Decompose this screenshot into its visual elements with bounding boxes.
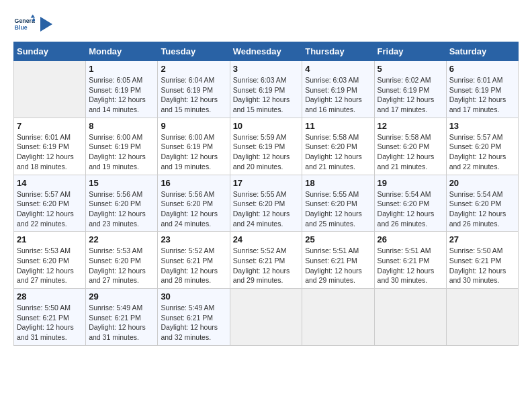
day-info: Sunrise: 5:52 AM Sunset: 6:21 PM Dayligh… (161, 246, 226, 285)
day-number: 16 (161, 178, 226, 188)
calendar-cell (446, 289, 518, 346)
day-info: Sunrise: 5:58 AM Sunset: 6:20 PM Dayligh… (305, 132, 371, 172)
calendar-cell: 25Sunrise: 5:51 AM Sunset: 6:21 PM Dayli… (302, 232, 374, 289)
logo-arrow-icon (40, 17, 52, 32)
calendar-cell: 20Sunrise: 5:54 AM Sunset: 6:20 PM Dayli… (446, 175, 518, 232)
calendar-cell: 14Sunrise: 5:57 AM Sunset: 6:20 PM Dayli… (14, 175, 86, 232)
calendar-header-row: SundayMondayTuesdayWednesdayThursdayFrid… (14, 42, 519, 61)
calendar-week-row: 21Sunrise: 5:53 AM Sunset: 6:20 PM Dayli… (14, 232, 519, 289)
weekday-header-thursday: Thursday (302, 42, 374, 61)
calendar-cell (14, 61, 86, 118)
day-number: 22 (89, 234, 154, 244)
calendar-cell: 15Sunrise: 5:56 AM Sunset: 6:20 PM Dayli… (86, 175, 158, 232)
calendar-cell: 27Sunrise: 5:50 AM Sunset: 6:21 PM Dayli… (446, 232, 518, 289)
day-info: Sunrise: 6:00 AM Sunset: 6:19 PM Dayligh… (89, 132, 154, 172)
calendar-cell: 10Sunrise: 5:59 AM Sunset: 6:19 PM Dayli… (230, 118, 302, 175)
calendar-cell: 9Sunrise: 6:00 AM Sunset: 6:19 PM Daylig… (158, 118, 230, 175)
day-info: Sunrise: 6:03 AM Sunset: 6:19 PM Dayligh… (233, 75, 300, 115)
calendar-cell: 22Sunrise: 5:53 AM Sunset: 6:20 PM Dayli… (86, 232, 158, 289)
calendar-cell: 7Sunrise: 6:01 AM Sunset: 6:19 PM Daylig… (14, 118, 86, 175)
day-number: 2 (161, 64, 226, 74)
calendar-week-row: 28Sunrise: 5:50 AM Sunset: 6:21 PM Dayli… (14, 289, 519, 346)
logo: General Blue (13, 13, 52, 35)
day-info: Sunrise: 5:55 AM Sunset: 6:20 PM Dayligh… (233, 189, 300, 229)
day-number: 18 (305, 178, 371, 188)
day-number: 15 (89, 178, 154, 188)
calendar-cell: 13Sunrise: 5:57 AM Sunset: 6:20 PM Dayli… (446, 118, 518, 175)
day-info: Sunrise: 5:50 AM Sunset: 6:21 PM Dayligh… (17, 303, 83, 342)
day-info: Sunrise: 5:59 AM Sunset: 6:19 PM Dayligh… (233, 132, 300, 172)
day-number: 25 (305, 234, 371, 244)
calendar-cell: 19Sunrise: 5:54 AM Sunset: 6:20 PM Dayli… (374, 175, 446, 232)
calendar-cell: 2Sunrise: 6:04 AM Sunset: 6:19 PM Daylig… (158, 61, 230, 118)
weekday-header-saturday: Saturday (446, 42, 518, 61)
calendar-cell: 11Sunrise: 5:58 AM Sunset: 6:20 PM Dayli… (302, 118, 374, 175)
day-info: Sunrise: 6:05 AM Sunset: 6:19 PM Dayligh… (89, 75, 154, 115)
weekday-header-tuesday: Tuesday (158, 42, 230, 61)
day-info: Sunrise: 6:00 AM Sunset: 6:19 PM Dayligh… (161, 132, 226, 172)
day-number: 29 (89, 291, 154, 302)
day-info: Sunrise: 5:58 AM Sunset: 6:20 PM Dayligh… (378, 132, 443, 172)
calendar-cell: 16Sunrise: 5:56 AM Sunset: 6:20 PM Dayli… (158, 175, 230, 232)
page-header: General Blue (13, 13, 519, 35)
day-number: 10 (233, 121, 300, 131)
calendar-cell: 28Sunrise: 5:50 AM Sunset: 6:21 PM Dayli… (14, 289, 86, 346)
day-info: Sunrise: 5:51 AM Sunset: 6:21 PM Dayligh… (305, 246, 371, 285)
day-info: Sunrise: 5:49 AM Sunset: 6:21 PM Dayligh… (161, 303, 226, 342)
calendar-cell: 29Sunrise: 5:49 AM Sunset: 6:21 PM Dayli… (86, 289, 158, 346)
day-info: Sunrise: 5:49 AM Sunset: 6:21 PM Dayligh… (89, 303, 154, 342)
day-number: 26 (378, 234, 443, 244)
day-number: 14 (17, 178, 83, 188)
day-number: 11 (305, 121, 371, 131)
calendar-cell: 24Sunrise: 5:52 AM Sunset: 6:21 PM Dayli… (230, 232, 302, 289)
day-info: Sunrise: 5:54 AM Sunset: 6:20 PM Dayligh… (449, 189, 515, 229)
calendar-cell: 17Sunrise: 5:55 AM Sunset: 6:20 PM Dayli… (230, 175, 302, 232)
day-number: 8 (89, 121, 154, 131)
calendar-cell: 8Sunrise: 6:00 AM Sunset: 6:19 PM Daylig… (86, 118, 158, 175)
svg-marker-5 (40, 17, 52, 32)
day-info: Sunrise: 5:53 AM Sunset: 6:20 PM Dayligh… (89, 246, 154, 285)
day-info: Sunrise: 6:02 AM Sunset: 6:19 PM Dayligh… (378, 75, 443, 115)
day-number: 5 (378, 64, 443, 74)
day-number: 20 (449, 178, 515, 188)
day-number: 3 (233, 64, 300, 74)
day-number: 21 (17, 234, 83, 244)
day-number: 12 (378, 121, 443, 131)
day-number: 30 (161, 291, 226, 302)
day-info: Sunrise: 5:56 AM Sunset: 6:20 PM Dayligh… (89, 189, 154, 229)
weekday-header-friday: Friday (374, 42, 446, 61)
day-number: 17 (233, 178, 300, 188)
weekday-header-monday: Monday (86, 42, 158, 61)
day-info: Sunrise: 5:52 AM Sunset: 6:21 PM Dayligh… (233, 246, 300, 285)
svg-text:Blue: Blue (15, 24, 28, 31)
calendar-cell: 30Sunrise: 5:49 AM Sunset: 6:21 PM Dayli… (158, 289, 230, 346)
day-info: Sunrise: 5:53 AM Sunset: 6:20 PM Dayligh… (17, 246, 83, 285)
weekday-header-wednesday: Wednesday (230, 42, 302, 61)
day-number: 13 (449, 121, 515, 131)
calendar-body: 1Sunrise: 6:05 AM Sunset: 6:19 PM Daylig… (14, 61, 519, 346)
day-info: Sunrise: 5:55 AM Sunset: 6:20 PM Dayligh… (305, 189, 371, 229)
calendar-table: SundayMondayTuesdayWednesdayThursdayFrid… (13, 42, 519, 346)
weekday-header-sunday: Sunday (14, 42, 86, 61)
calendar-cell: 18Sunrise: 5:55 AM Sunset: 6:20 PM Dayli… (302, 175, 374, 232)
day-info: Sunrise: 6:03 AM Sunset: 6:19 PM Dayligh… (305, 75, 371, 115)
calendar-cell: 12Sunrise: 5:58 AM Sunset: 6:20 PM Dayli… (374, 118, 446, 175)
calendar-cell: 26Sunrise: 5:51 AM Sunset: 6:21 PM Dayli… (374, 232, 446, 289)
day-number: 24 (233, 234, 300, 244)
calendar-cell: 6Sunrise: 6:01 AM Sunset: 6:19 PM Daylig… (446, 61, 518, 118)
day-number: 7 (17, 121, 83, 131)
calendar-cell (230, 289, 302, 346)
calendar-cell: 3Sunrise: 6:03 AM Sunset: 6:19 PM Daylig… (230, 61, 302, 118)
calendar-cell: 23Sunrise: 5:52 AM Sunset: 6:21 PM Dayli… (158, 232, 230, 289)
day-info: Sunrise: 5:57 AM Sunset: 6:20 PM Dayligh… (449, 132, 515, 172)
day-info: Sunrise: 6:01 AM Sunset: 6:19 PM Dayligh… (449, 75, 515, 115)
day-number: 19 (378, 178, 443, 188)
day-number: 1 (89, 64, 154, 74)
day-info: Sunrise: 5:50 AM Sunset: 6:21 PM Dayligh… (449, 246, 515, 285)
calendar-week-row: 7Sunrise: 6:01 AM Sunset: 6:19 PM Daylig… (14, 118, 519, 175)
day-info: Sunrise: 5:56 AM Sunset: 6:20 PM Dayligh… (161, 189, 226, 229)
calendar-cell: 5Sunrise: 6:02 AM Sunset: 6:19 PM Daylig… (374, 61, 446, 118)
day-number: 6 (449, 64, 515, 74)
logo-icon: General Blue (13, 13, 35, 35)
day-number: 27 (449, 234, 515, 244)
